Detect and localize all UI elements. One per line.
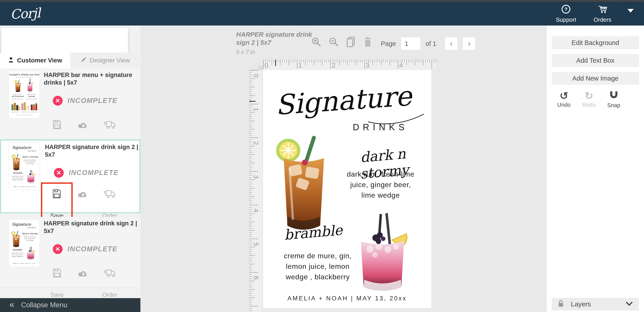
edit-background-button[interactable]: Edit Background [552, 36, 639, 49]
person-icon [8, 57, 14, 65]
page-controls: Page of 1 ‹ › [381, 37, 476, 50]
prev-page-button[interactable]: ‹ [445, 37, 458, 50]
page-number-input[interactable] [401, 37, 420, 50]
undo-button[interactable]: ↺ Undo [557, 90, 571, 109]
ruler-origin-marker [258, 66, 262, 70]
bramble-cocktail-image[interactable] [354, 213, 411, 294]
horizontal-ruler[interactable]: 0 1 2 3 4 [263, 60, 436, 70]
delete-page-icon[interactable] [363, 36, 372, 48]
save-changes-button[interactable]: Save Changes [44, 268, 70, 298]
chevron-down-icon [626, 300, 633, 308]
duplicate-page-icon[interactable] [346, 36, 356, 48]
top-navbar: Corjl ? Support Orders [0, 2, 644, 26]
layers-panel-toggle[interactable]: Layers [552, 298, 639, 310]
thumbnail-drink-sign-2[interactable]: Signature DRINKS dark n stormy dark rum,… [9, 142, 40, 190]
account-caret-icon[interactable] [628, 9, 634, 13]
next-page-button[interactable]: › [463, 37, 476, 50]
status-badge: INCOMPLETE [68, 245, 118, 253]
pencil-icon [81, 57, 86, 64]
editor-canvas-area[interactable]: HARPER signature drink sign 2 | 5x7 5 x … [140, 26, 546, 312]
thumb-drink2-name: bramble [10, 248, 24, 251]
list-item-drink-sign-2-selected[interactable]: Signature DRINKS dark n stormy dark rum,… [0, 139, 140, 213]
sidebar-top-panel [1, 28, 128, 53]
double-chevron-left-icon: « [10, 300, 14, 309]
corjl-logo: Corjl [10, 5, 40, 22]
thumb-his-pick: HIS PICK [11, 94, 24, 95]
undo-icon: ↺ [560, 90, 568, 101]
page-total-label: of 1 [426, 40, 436, 48]
add-text-box-button[interactable]: Add Text Box [552, 54, 639, 67]
status-badge: INCOMPLETE [69, 169, 118, 177]
svg-text:?: ? [564, 6, 567, 12]
thumb-drink2-name: bramble [11, 172, 24, 174]
vertical-ruler[interactable]: 0 1 2 3 4 5 6 [249, 70, 262, 312]
status-row: ✕ INCOMPLETE [53, 244, 138, 254]
canvas-toolbar [311, 36, 372, 48]
download-button[interactable]: Download [70, 268, 96, 298]
snap-toggle-button[interactable]: Snap [607, 90, 620, 109]
document-title: HARPER signature drink sign 2 | 5x7 5 x … [236, 31, 312, 56]
design-footer-names[interactable]: AMELIA + NOAH | MAY 13, 20xx [263, 295, 431, 302]
thumb-caps-title: DRINKS [28, 150, 37, 152]
add-new-image-button[interactable]: Add New Image [552, 72, 639, 85]
order-prints-label: Order Prints [96, 291, 123, 298]
design-page[interactable]: Signature DRINKS dark n stormy dark rum,… [263, 70, 431, 308]
tab-designer-view[interactable]: Designer View [70, 52, 140, 69]
redo-icon: ↻ [584, 90, 593, 101]
tab-customer-view[interactable]: Customer View [0, 52, 70, 69]
thumbnail-bar-menu[interactable]: tonight's drinks are free HIS PICK HER P… [8, 71, 40, 119]
status-row: ✕ INCOMPLETE [54, 168, 139, 178]
incomplete-x-icon: ✕ [53, 244, 62, 254]
ruler-cursor-mark-vertical [249, 101, 256, 102]
left-sidebar: Customer View Designer View tonight's dr… [0, 26, 140, 312]
support-label: Support [556, 16, 576, 23]
redo-button[interactable]: ↻ Redo [582, 90, 596, 109]
orders-label: Orders [594, 16, 611, 23]
tab-designer-label: Designer View [90, 57, 130, 64]
thumb-paloma: paloma [25, 95, 38, 97]
collapse-menu-button[interactable]: « Collapse Menu [0, 298, 140, 312]
drink2-description[interactable]: creme de mure, gin, lemon juice, lemon w… [279, 251, 356, 282]
magnet-icon [609, 90, 618, 102]
item-title: HARPER signature drink sign 2 | 5x7 [45, 141, 139, 158]
zoom-out-icon[interactable] [328, 37, 339, 48]
list-item-drink-sign-2-copy[interactable]: Signature DRINKS dark n stormy dark rum,… [0, 217, 140, 287]
design-item-list: tonight's drinks are free HIS PICK HER P… [0, 69, 140, 298]
view-tabs: Customer View Designer View [0, 52, 140, 69]
item-actions: Save Changes Download Order Prints [44, 268, 123, 298]
save-changes-label: Save Changes [44, 291, 70, 298]
support-button[interactable]: ? Support [556, 4, 576, 23]
order-prints-button[interactable]: Order Prints [96, 268, 123, 298]
thumb-footer: AMELIA + NOAH | MAY 13, 20xx [9, 186, 40, 187]
lock-icon [558, 300, 564, 309]
thumb-script-title: Signature [9, 222, 34, 226]
thumb-footer: AMELIA + NOAH | MAY 13, 20xx [9, 263, 40, 264]
status-badge: INCOMPLETE [68, 97, 118, 105]
navbar-right: ? Support Orders [556, 4, 634, 23]
window-chrome-strip [0, 0, 644, 2]
design-caps-title[interactable]: DRINKS [346, 122, 415, 132]
tab-customer-label: Customer View [17, 57, 62, 64]
thumb-script-title: Signature [9, 145, 34, 150]
ruler-cursor-mark-horizontal [275, 60, 276, 66]
thumb-drink1-name: dark n stormy [22, 232, 38, 235]
history-controls: ↺ Undo ↻ Redo Snap [557, 90, 620, 109]
list-item-bar-menu[interactable]: tonight's drinks are free HIS PICK HER P… [0, 69, 140, 139]
thumbnail-drink-sign-2[interactable]: Signature DRINKS dark n stormy dark rum,… [8, 219, 40, 267]
drink1-description[interactable]: dark rum, fresh lime juice, ginger beer,… [342, 169, 418, 201]
thumb-old-fashioned: old fashioned [11, 95, 24, 97]
thumb-caps-title: DRINKS [28, 227, 36, 228]
item-title: HARPER bar menu + signature drinks | 5x7 [44, 69, 138, 86]
collapse-menu-label: Collapse Menu [21, 301, 67, 309]
dark-n-stormy-cocktail-image[interactable] [274, 134, 333, 233]
incomplete-x-icon: ✕ [53, 96, 62, 106]
question-circle-icon: ? [561, 4, 571, 15]
orders-button[interactable]: Orders [594, 4, 611, 23]
thumb-her-pick: HER PICK [25, 94, 38, 95]
document-size-label: 5 x 7 in [236, 48, 312, 56]
thumb-title: tonight's drinks are free [9, 73, 40, 76]
status-row: ✕ INCOMPLETE [53, 96, 138, 106]
zoom-in-icon[interactable] [311, 37, 322, 48]
layers-label: Layers [571, 300, 591, 308]
incomplete-x-icon: ✕ [54, 168, 64, 178]
